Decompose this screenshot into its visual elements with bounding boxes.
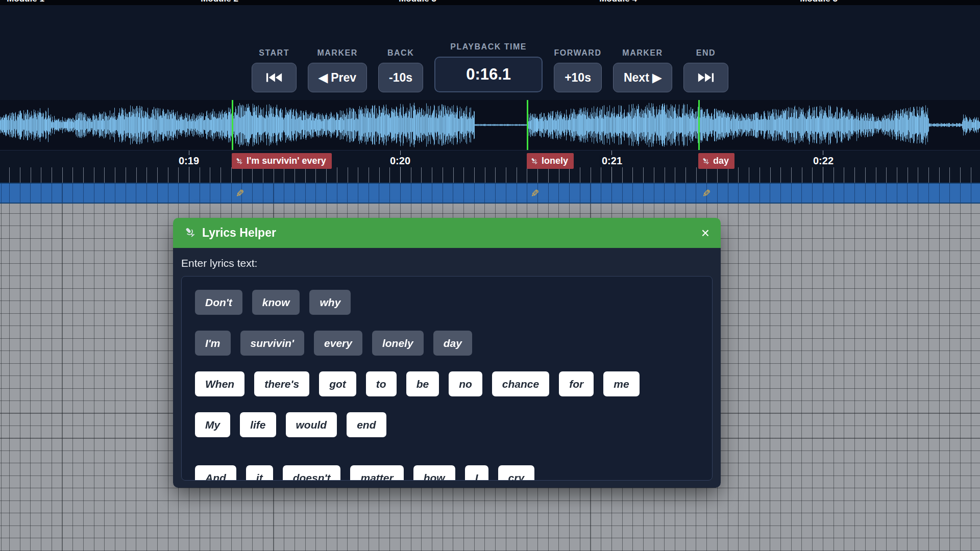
word-chip[interactable]: I (465, 465, 488, 481)
microphone-icon (702, 157, 709, 165)
tick-mark (443, 167, 443, 183)
tick-mark (231, 167, 232, 183)
time-label: 0:21 (600, 155, 624, 167)
next-marker-button[interactable]: Next ▶ (613, 63, 672, 92)
tick-mark (897, 167, 897, 183)
tick-mark (94, 167, 94, 183)
pencil-icon[interactable]: ✎ (531, 187, 540, 199)
tick-mark (928, 167, 929, 183)
prev-marker-button[interactable]: ◀ Prev (308, 63, 367, 92)
word-chip[interactable]: life (240, 412, 276, 437)
tick-mark (274, 167, 274, 183)
lyric-marker[interactable]: I'm survivin' every (232, 153, 332, 169)
word-chip[interactable]: no (449, 371, 482, 396)
skip-to-start-button[interactable] (252, 63, 297, 92)
module-tab[interactable]: Module 4 (599, 0, 637, 5)
lyric-marker[interactable]: lonely (527, 153, 574, 169)
tick-mark (591, 167, 591, 183)
lyric-marker-text: lonely (542, 156, 568, 166)
word-chip[interactable]: Don't (195, 290, 242, 315)
lyric-marker-text: I'm survivin' every (247, 156, 326, 166)
word-chip[interactable]: I'm (195, 331, 231, 356)
tick-mark (622, 167, 623, 183)
word-chip[interactable]: it (246, 465, 273, 481)
tick-mark (601, 167, 601, 183)
forward-10s-button[interactable]: +10s (554, 63, 602, 92)
tick-mark (389, 167, 390, 183)
close-button[interactable]: × (701, 226, 709, 240)
word-chip[interactable]: be (406, 371, 439, 396)
lyrics-helper-dialog: Lyrics Helper × Enter lyrics text: Don't… (173, 218, 721, 488)
playback-time-label: PLAYBACK TIME (450, 42, 527, 52)
lyrics-text-area[interactable]: Don'tknowwhyI'msurvivin'everylonelydayWh… (181, 276, 713, 481)
tick-mark (569, 167, 570, 183)
lyrics-prompt-label: Enter lyrics text: (181, 257, 713, 269)
word-chip[interactable]: And (195, 465, 236, 481)
tick-mark (506, 167, 506, 183)
word-chip[interactable]: survivin' (240, 331, 305, 356)
transport-group-marker-prev: MARKER ◀ Prev (308, 48, 367, 92)
modules-bar: Module 1Module 2Module 3Module 4Module 5 (0, 0, 980, 5)
word-chip[interactable]: When (195, 371, 244, 396)
word-chip[interactable]: to (366, 371, 397, 396)
time-label: 0:19 (177, 155, 201, 167)
word-chip[interactable]: there's (254, 371, 309, 396)
word-chip[interactable]: cry (498, 465, 535, 481)
module-tab[interactable]: Module 3 (399, 0, 436, 5)
tick-mark (379, 167, 380, 183)
word-chip[interactable]: me (603, 371, 639, 396)
marker-line (698, 100, 700, 150)
back-label: BACK (387, 48, 414, 58)
word-chip[interactable]: why (309, 290, 351, 315)
lyric-marker[interactable]: day (698, 153, 734, 169)
waveform-display[interactable] (0, 100, 980, 150)
tick-mark (749, 167, 749, 183)
skip-end-icon (697, 71, 715, 84)
word-chip[interactable]: matter (350, 465, 403, 481)
word-chip[interactable]: know (252, 290, 300, 315)
timeline-ruler[interactable]: 0:190:200:210:22 I'm survivin' every lon… (0, 150, 980, 183)
back-10s-button[interactable]: -10s (378, 63, 423, 92)
module-tab[interactable]: Module 5 (800, 0, 838, 5)
word-chip[interactable]: got (319, 371, 356, 396)
tick-mark (696, 167, 697, 183)
waveform-canvas (0, 100, 980, 150)
word-chip[interactable]: chance (492, 371, 549, 396)
tick-mark (548, 167, 549, 183)
tick-mark (643, 167, 644, 183)
word-chip[interactable]: would (286, 412, 337, 437)
tick-mark (31, 167, 31, 183)
lyric-marker-text: day (713, 156, 729, 166)
note-track[interactable]: ✎✎✎ (0, 183, 980, 204)
microphone-icon (184, 227, 195, 240)
tick-mark (537, 167, 538, 183)
pencil-icon[interactable]: ✎ (236, 187, 244, 199)
tick-mark (126, 167, 126, 183)
lyrics-line: Don'tknowwhy (195, 290, 699, 315)
tick-mark (632, 167, 633, 183)
word-chip[interactable]: end (347, 412, 386, 437)
tick-mark (157, 167, 158, 183)
pencil-icon[interactable]: ✎ (702, 187, 711, 199)
word-chip[interactable]: day (433, 331, 472, 356)
tick-mark (453, 167, 454, 183)
word-chip[interactable]: how (413, 465, 455, 481)
tick-mark (770, 167, 771, 183)
tick-mark (685, 167, 686, 183)
tick-mark (463, 167, 464, 183)
tick-mark (706, 167, 707, 183)
word-chip[interactable]: every (314, 331, 362, 356)
skip-to-end-button[interactable] (683, 63, 728, 92)
word-chip[interactable]: doesn't (283, 465, 341, 481)
tick-mark (780, 167, 781, 183)
module-tab[interactable]: Module 1 (7, 0, 44, 5)
microphone-icon (235, 157, 243, 165)
word-chip[interactable]: lonely (372, 331, 424, 356)
word-chip[interactable]: for (559, 371, 594, 396)
word-chip[interactable]: My (195, 412, 230, 437)
tick-mark (295, 167, 295, 183)
marker-next-label: MARKER (622, 48, 663, 58)
tick-mark (305, 167, 306, 183)
tick-mark (665, 167, 665, 183)
module-tab[interactable]: Module 2 (201, 0, 238, 5)
